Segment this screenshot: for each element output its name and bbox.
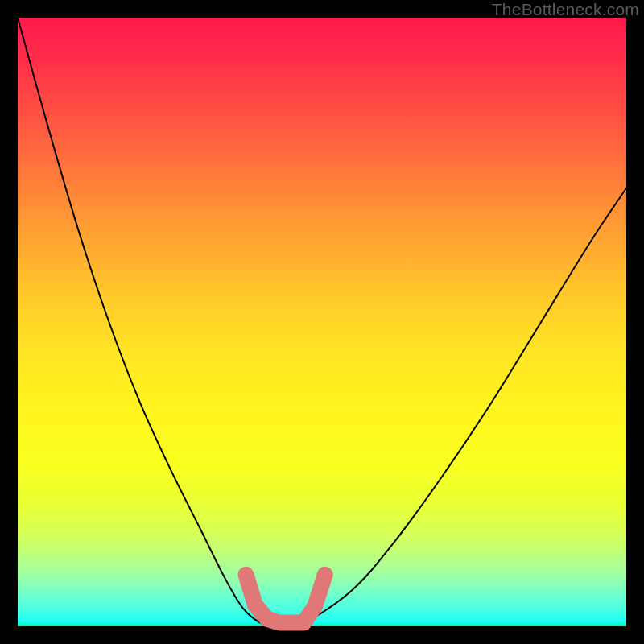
chart-svg (18, 18, 626, 626)
optimal-range-marker (246, 575, 325, 623)
bottleneck-curve (18, 18, 626, 627)
watermark-text: TheBottleneck.com (492, 0, 639, 19)
chart-frame: TheBottleneck.com (0, 0, 644, 644)
